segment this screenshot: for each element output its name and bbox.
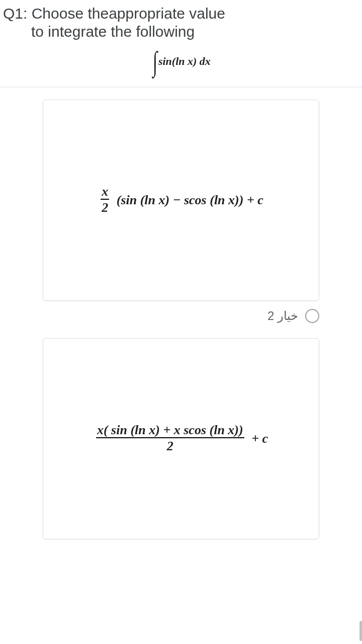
fraction: x 2: [101, 185, 109, 216]
radio-icon[interactable]: [305, 309, 319, 323]
frac-den: 2: [96, 438, 244, 454]
scrollbar-thumb[interactable]: [359, 621, 362, 641]
option-1-math: x 2 (sin (ln x) − scos (ln x)) + c: [99, 185, 263, 216]
option-2-radio-row[interactable]: خيار 2: [43, 309, 319, 323]
integral-icon: ∫: [153, 47, 157, 75]
divider: [0, 87, 362, 88]
option-1-body: (sin (ln x) − scos (ln x)) + c: [117, 193, 263, 208]
option-card-1[interactable]: x 2 (sin (ln x) − scos (ln x)) + c: [43, 100, 319, 301]
question-header: Q1: Choose theappropriate value to integ…: [0, 0, 362, 43]
option-2-math: x( sin (ln x) + x scos (ln x)) 2 + c: [94, 423, 268, 454]
frac-num: x: [101, 185, 109, 200]
question-line2: to integrate the following: [3, 23, 359, 40]
option-2-tail: + c: [251, 431, 268, 446]
frac-num: x( sin (ln x) + x scos (ln x)): [96, 423, 244, 439]
integral-text: sin(ln x) dx: [158, 55, 211, 68]
option-card-2[interactable]: x( sin (ln x) + x scos (ln x)) 2 + c: [43, 338, 319, 539]
question-number: Q1:: [3, 5, 27, 22]
option-2-label: خيار 2: [267, 309, 298, 323]
fraction: x( sin (ln x) + x scos (ln x)) 2: [96, 423, 244, 454]
frac-den: 2: [101, 200, 109, 215]
question-integral: ∫ sin(ln x) dx: [0, 47, 362, 75]
question-line1: Choose theappropriate value: [32, 5, 225, 22]
